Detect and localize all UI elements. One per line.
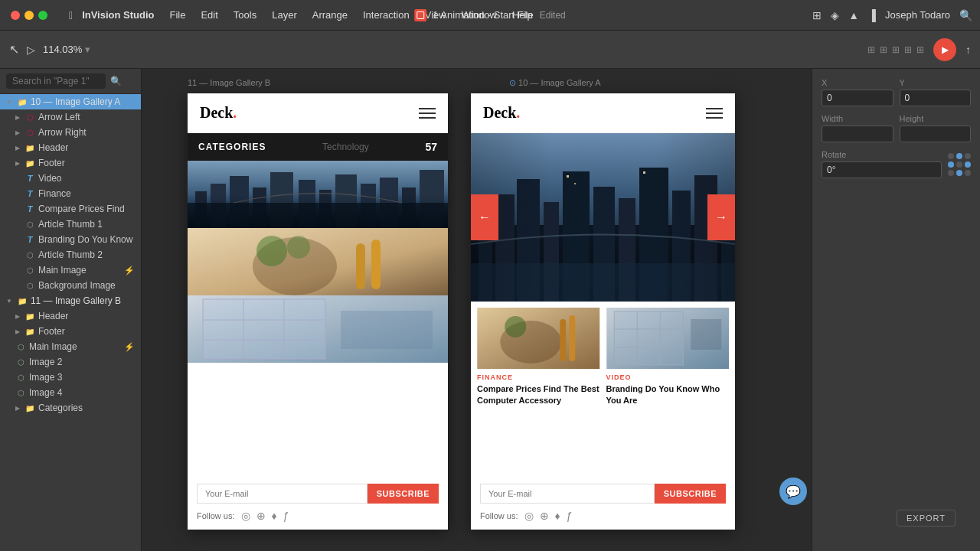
layer-main-image-b[interactable]: ⬡ Main Image ⚡ [0,339,141,354]
y-input[interactable] [900,90,972,106]
layer-categories[interactable]: ▶ 📁 Categories [0,400,141,416]
layer-image-3[interactable]: ⬡ Image 3 [0,370,141,385]
article-card-2[interactable]: VIDEO Branding Do You Know Who You Are [606,308,730,407]
component-icon: ⬡ [24,265,35,276]
layer-compare[interactable]: T Compare Prices Find [0,201,141,217]
play-button[interactable]: ▶ [933,38,956,61]
layer-bg-image[interactable]: ⬡ Background Image [0,278,141,293]
svg-rect-36 [639,168,668,302]
layer-header[interactable]: ▶ 📁 Header [0,140,141,155]
artboard-b-header: Deck. [188,93,448,133]
layer-article-thumb-1[interactable]: ⬡ Article Thumb 1 [0,217,141,232]
menu-layer[interactable]: Layer [267,9,302,21]
layer-arrow-right[interactable]: ▶ ⬡ Arrow Right [0,125,141,140]
artboard-b[interactable]: Deck. CATEGORIES Technology 57 [188,93,448,530]
layer-image-4[interactable]: ⬡ Image 4 [0,385,141,400]
rotate-dots [948,153,971,176]
pinterest-icon-b[interactable]: ⊕ [256,510,266,522]
hamburger-b[interactable] [419,108,436,119]
article-title-1: Compare Prices Find The Best Computer Ac… [477,383,600,407]
dropbox-icon: ◈ [831,9,839,21]
next-arrow[interactable]: → [707,194,735,240]
subscribe-btn-b[interactable]: SUBSCRIBE [368,484,439,504]
layer-article-thumb-2[interactable]: ⬡ Article Thumb 2 [0,247,141,262]
dot-8 [956,170,962,176]
email-row-b: SUBSCRIBE [197,484,439,504]
rotate-input[interactable] [822,161,942,178]
svg-point-48 [505,316,526,337]
xy-row: X Y [822,78,971,106]
artboard-b-categories: CATEGORIES Technology 57 [188,133,448,161]
menu-tools[interactable]: Tools [229,9,261,21]
select-tool[interactable]: ↖ [9,42,19,57]
layer-main-image[interactable]: ⬡ Main Image ⚡ [0,262,141,278]
article-card-1[interactable]: FINANCE Compare Prices Find The Best Com… [477,308,600,407]
zoom-control[interactable]: 114.03% ▾ [43,44,90,55]
share-button[interactable]: ↑ [965,44,971,56]
svg-rect-28 [471,225,735,302]
pen-tool[interactable]: ▷ [27,44,35,56]
hamburger-a[interactable] [706,108,723,119]
menu-interaction[interactable]: Interaction [358,9,414,21]
layer-footer-b[interactable]: ▶ 📁 Footer [0,324,141,339]
export-button[interactable]: EXPORT [897,510,956,527]
layer-footer[interactable]: ▶ 📁 Footer [0,155,141,171]
expand-arrow: ▶ [15,129,20,136]
height-input[interactable] [900,126,972,142]
facebook-icon-b[interactable]: ƒ [283,510,289,522]
component-icon: ⬡ [24,127,35,138]
component-icon: ⬡ [24,112,35,122]
follow-row-b: Follow us: ◎ ⊕ ♦ ƒ [197,510,439,522]
layer-label: Branding Do You Know [38,234,132,245]
facebook-icon-a[interactable]: ƒ [567,510,573,522]
menu-edit[interactable]: Edit [196,9,222,21]
search-icon[interactable]: 🔍 [959,9,972,21]
search-input[interactable] [6,73,106,89]
chat-bubble[interactable]: 💬 [779,478,807,505]
hero-image [471,133,735,302]
layer-image-2[interactable]: ⬡ Image 2 [0,354,141,370]
artboard-a[interactable]: Deck. [471,93,735,530]
dot-5 [956,161,962,168]
article-grid: FINANCE Compare Prices Find The Best Com… [471,302,735,413]
close-button[interactable] [11,11,20,20]
email-input-a[interactable] [480,484,655,504]
prev-arrow[interactable]: ← [471,194,498,240]
email-row-a: SUBSCRIBE [480,484,726,504]
subscribe-btn-a[interactable]: SUBSCRIBE [655,484,726,504]
folder-icon: 📁 [24,158,35,168]
folder-icon: 📁 [24,311,35,321]
layer-arrow-left[interactable]: ▶ ⬡ Arrow Left [0,109,141,125]
twitter-icon-a[interactable]: ♦ [555,510,560,522]
layer-branding[interactable]: T Branding Do You Know [0,232,141,247]
x-input[interactable] [822,90,893,106]
layer-label: Image 2 [29,357,62,367]
layer-header-b[interactable]: ▶ 📁 Header [0,308,141,324]
svg-rect-12 [420,170,444,228]
main-layout: 🔍 ▼ 📁 10 — Image Gallery A ⊙ ▶ ⬡ Arrow L… [0,69,980,551]
layer-video[interactable]: T Video [0,171,141,186]
component-icon: ⬡ [24,219,35,230]
expand-arrow: ▶ [15,145,20,152]
width-input[interactable] [822,126,893,142]
y-label: Y [900,78,972,87]
screen-icon: ⊞ [812,9,822,21]
layer-finance[interactable]: T Finance [0,186,141,201]
pinterest-icon-a[interactable]: ⊕ [540,510,549,522]
toolbar: ↖ ▷ 114.03% ▾ ⊞⊞⊞⊞⊞ ▶ ↑ [0,31,980,69]
instagram-icon-b[interactable]: ◎ [241,510,250,522]
instagram-icon-a[interactable]: ◎ [524,510,534,522]
canvas[interactable]: 11 — Image Gallery B ⊙ 10 — Image Galler… [142,69,812,551]
expand-arrow: ▶ [15,328,20,335]
svg-rect-1 [195,191,207,228]
fullscreen-button[interactable] [38,11,47,20]
menu-arrange[interactable]: Arrange [308,9,352,21]
email-input-b[interactable] [197,484,368,504]
text-icon: T [24,173,35,184]
twitter-icon-b[interactable]: ♦ [272,510,277,522]
layer-group-11[interactable]: ▼ 📁 11 — Image Gallery B [0,293,141,308]
svg-rect-34 [593,187,615,302]
menu-file[interactable]: File [165,9,191,21]
layer-group-10[interactable]: ▼ 📁 10 — Image Gallery A ⊙ [0,94,141,109]
minimize-button[interactable] [24,11,34,20]
